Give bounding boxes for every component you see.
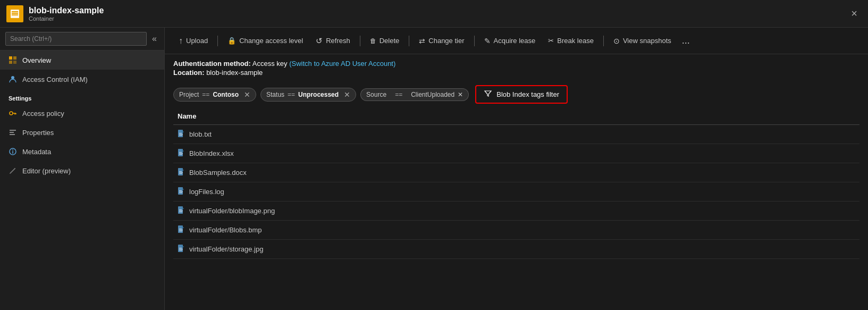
svg-rect-45 <box>179 249 183 249</box>
file-item: logFiles.log <box>178 187 224 197</box>
sidebar-item-access-policy[interactable]: Access policy <box>0 104 164 123</box>
filter-source-value: ClientUploaded <box>411 91 454 98</box>
file-list-container: Name blob.txt BlobIndex.xlsx BlobSamples… <box>165 108 868 310</box>
title-bar: blob-index-sample Container × <box>0 0 868 28</box>
filter-status-value: Unprocessed <box>298 91 339 98</box>
table-row[interactable]: virtualFolder/blobImage.png <box>173 202 859 221</box>
close-button[interactable]: × <box>847 5 862 22</box>
table-row[interactable]: BlobSamples.docx <box>173 163 859 182</box>
window-title: blob-index-sample <box>29 6 847 15</box>
snapshots-icon: ⊙ <box>613 37 620 45</box>
filter-project-op: == <box>202 91 209 98</box>
filter-status-remove[interactable]: ✕ <box>344 90 350 99</box>
svg-rect-21 <box>179 134 183 135</box>
title-text: blob-index-sample Container <box>29 6 847 22</box>
table-row[interactable]: virtualFolder/Blobs.bmp <box>173 221 859 240</box>
break-lease-icon: ✂ <box>548 37 554 45</box>
file-name: BlobSamples.docx <box>189 169 247 177</box>
svg-rect-1 <box>12 13 18 14</box>
window-subtitle: Container <box>29 15 847 22</box>
svg-rect-15 <box>10 134 15 135</box>
file-name: virtualFolder/Blobs.bmp <box>189 226 262 234</box>
file-icon <box>178 187 185 197</box>
filter-icon <box>484 89 492 99</box>
filter-source-group: Source == ClientUploaded ✕ <box>360 88 469 101</box>
svg-point-18 <box>12 149 13 150</box>
upload-button[interactable]: ↑ Upload <box>173 33 213 49</box>
iam-icon <box>9 75 17 83</box>
svg-rect-41 <box>179 230 183 230</box>
svg-rect-44 <box>179 248 182 248</box>
svg-rect-13 <box>10 130 16 131</box>
upload-icon: ↑ <box>179 36 183 46</box>
file-name: logFiles.log <box>189 188 224 196</box>
file-name: virtualFolder/storage.jpg <box>189 245 263 253</box>
blob-index-filter-label: Blob Index tags filter <box>496 90 559 98</box>
svg-rect-6 <box>9 61 12 64</box>
auth-method-line: Authentication method: Access key (Switc… <box>173 60 859 68</box>
table-row[interactable]: blob.txt <box>173 125 859 144</box>
filter-project: Project == Contoso ✕ <box>173 88 256 102</box>
table-row[interactable]: BlobIndex.xlsx <box>173 144 859 163</box>
collapse-button[interactable]: « <box>150 33 159 45</box>
col-name: Name <box>173 108 859 125</box>
acquire-lease-button[interactable]: ✎ Acquire lease <box>479 33 541 48</box>
sidebar-item-metadata[interactable]: Metadata <box>0 142 164 161</box>
file-item: blob.txt <box>178 129 212 139</box>
svg-point-8 <box>11 76 14 79</box>
sidebar-item-overview[interactable]: Overview <box>0 51 164 70</box>
svg-rect-36 <box>179 210 182 210</box>
view-snapshots-button[interactable]: ⊙ View snapshots <box>608 33 677 48</box>
blob-index-filter-button[interactable]: Blob Index tags filter <box>475 85 568 104</box>
svg-rect-40 <box>179 229 182 229</box>
svg-rect-24 <box>179 152 182 153</box>
change-tier-button[interactable]: ⇄ Change tier <box>414 33 469 48</box>
svg-rect-2 <box>12 14 18 15</box>
svg-rect-42 <box>179 231 182 231</box>
svg-rect-29 <box>179 172 183 173</box>
change-access-level-button[interactable]: 🔒 Change access level <box>222 33 308 48</box>
svg-rect-37 <box>179 211 183 211</box>
filter-status-key: Status <box>266 91 284 98</box>
filter-source-remove[interactable]: ✕ <box>458 91 463 98</box>
switch-auth-link[interactable]: (Switch to Azure AD User Account) <box>289 60 395 68</box>
properties-icon <box>9 128 17 137</box>
sidebar-item-label-iam: Access Control (IAM) <box>22 76 88 83</box>
refresh-button[interactable]: ↺ Refresh <box>310 33 356 49</box>
filter-source-op: == <box>392 88 406 101</box>
svg-rect-32 <box>179 190 182 191</box>
delete-button[interactable]: 🗑 Delete <box>365 33 405 48</box>
main-layout: « Overview Access Control (IAM) <box>0 28 868 310</box>
overview-icon <box>9 56 17 64</box>
auth-location-label: Location: <box>173 69 205 77</box>
auth-location-value: blob-index-sample <box>206 69 263 77</box>
sidebar-item-label-overview: Overview <box>22 56 51 64</box>
break-lease-button[interactable]: ✂ Break lease <box>543 33 599 48</box>
sidebar-item-properties[interactable]: Properties <box>0 123 164 142</box>
search-input[interactable] <box>5 32 147 46</box>
svg-rect-38 <box>179 212 182 212</box>
file-icon <box>178 148 185 158</box>
file-name: blob.txt <box>189 130 212 138</box>
sidebar-item-label-access-policy: Access policy <box>22 110 64 118</box>
more-options-button[interactable]: ... <box>679 34 693 47</box>
table-row[interactable]: virtualFolder/storage.jpg <box>173 240 859 259</box>
sidebar-item-editor[interactable]: Editor (preview) <box>0 161 164 180</box>
svg-rect-7 <box>13 61 16 64</box>
search-bar: « <box>0 28 164 51</box>
table-row[interactable]: logFiles.log <box>173 182 859 202</box>
auth-method-value: Access key <box>252 60 288 68</box>
metadata-icon <box>9 147 17 156</box>
svg-rect-25 <box>179 153 183 154</box>
filter-project-key: Project <box>179 91 199 98</box>
filter-project-remove[interactable]: ✕ <box>244 90 250 99</box>
sidebar-item-iam[interactable]: Access Control (IAM) <box>0 70 164 89</box>
separator-3 <box>409 36 409 46</box>
toolbar: ↑ Upload 🔒 Change access level ↺ Refresh… <box>165 28 868 54</box>
filter-source-value-box: ClientUploaded ✕ <box>406 88 469 101</box>
refresh-icon: ↺ <box>316 36 323 46</box>
acquire-lease-icon: ✎ <box>484 37 491 45</box>
settings-section-label: Settings <box>0 89 164 104</box>
filter-project-value: Contoso <box>213 91 239 98</box>
svg-rect-20 <box>179 133 182 133</box>
